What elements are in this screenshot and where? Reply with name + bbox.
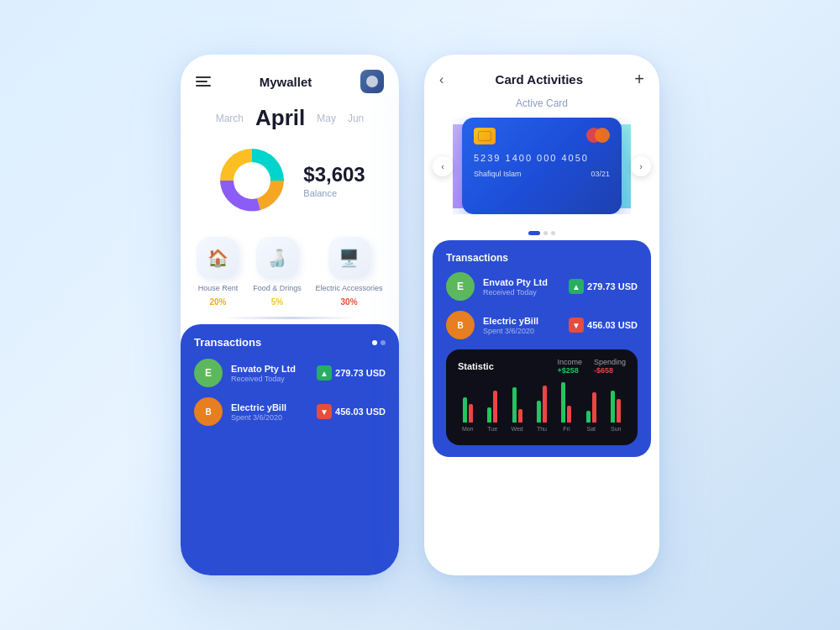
spending-bar-fri bbox=[567, 406, 571, 423]
day-label-tue: Tue bbox=[487, 426, 497, 432]
spending-bar-wed bbox=[518, 409, 522, 423]
wallet-title: Mywallet bbox=[260, 75, 312, 89]
carousel-prev-button[interactable]: ‹ bbox=[433, 156, 453, 176]
balance-amount: $3,603 bbox=[303, 163, 365, 186]
pagination-dots bbox=[372, 340, 386, 345]
electric-icon: 🖥️ bbox=[328, 237, 370, 279]
month-march[interactable]: March bbox=[216, 113, 244, 124]
house-rent-pct: 20% bbox=[209, 297, 226, 307]
income-bar-thu bbox=[537, 401, 541, 423]
income-bar-mon bbox=[463, 397, 467, 423]
spending-bar-sat bbox=[592, 392, 596, 423]
stat-legend: Income +$258 Spending -$658 bbox=[557, 358, 626, 375]
bar-group-wed: Wed bbox=[507, 379, 527, 432]
income-value: +$258 bbox=[557, 366, 578, 375]
envato-logo: E bbox=[194, 359, 223, 387]
income-bar-sat bbox=[586, 411, 591, 423]
chip-icon bbox=[474, 128, 496, 144]
add-card-button[interactable]: + bbox=[634, 70, 644, 89]
divider bbox=[223, 317, 357, 319]
card-holder-name: Shafiqul Islam bbox=[474, 170, 522, 178]
food-pct: 5% bbox=[271, 297, 283, 307]
right-envato-logo: E bbox=[446, 272, 475, 301]
bill-name: Electric yBill bbox=[231, 402, 308, 412]
up-arrow-icon: ▲ bbox=[317, 365, 332, 381]
credit-card[interactable]: 5239 1400 000 4050 Shafiqul Islam 03/21 bbox=[462, 118, 622, 214]
right-transaction-envato[interactable]: E Envato Pty Ltd Received Today ▲ 279.73… bbox=[446, 272, 638, 301]
card-number: 5239 1400 000 4050 bbox=[474, 153, 610, 163]
right-transaction-bill[interactable]: B Electric yBill Spent 3/6/2020 ▼ 456.03… bbox=[446, 311, 638, 339]
category-house-rent[interactable]: 🏠 House Rent 20% bbox=[197, 237, 239, 307]
right-bill-info: Electric yBill Spent 3/6/2020 bbox=[483, 316, 560, 335]
bill-info: Electric yBill Spent 3/6/2020 bbox=[231, 402, 308, 422]
right-envato-name: Envato Pty Ltd bbox=[483, 277, 560, 287]
balance-info: $3,603 Balance bbox=[303, 163, 365, 198]
right-bill-amount: 456.03 USD bbox=[587, 320, 638, 330]
house-rent-label: House Rent bbox=[198, 284, 239, 292]
pie-chart bbox=[214, 143, 290, 218]
day-label-sat: Sat bbox=[587, 426, 596, 432]
electric-label: Electric Accessories bbox=[316, 284, 383, 292]
bill-amount: 456.03 USD bbox=[335, 407, 386, 417]
bar-group-thu: Thu bbox=[532, 379, 551, 432]
right-header: ‹ Card Activities + bbox=[424, 55, 659, 97]
dot-2 bbox=[381, 340, 386, 345]
card-expiry: 03/21 bbox=[591, 170, 610, 178]
spending-label: Spending bbox=[594, 358, 626, 366]
right-bill-logo: B bbox=[446, 311, 475, 339]
bar-group-sat: Sat bbox=[581, 379, 601, 432]
transaction-row-bill[interactable]: B Electric yBill Spent 3/6/2020 ▼ 456.03… bbox=[194, 397, 386, 426]
month-jun[interactable]: Jun bbox=[348, 113, 364, 124]
day-label-sun: Sun bbox=[611, 426, 621, 432]
bill-date: Spent 3/6/2020 bbox=[231, 413, 308, 422]
income-bar-wed bbox=[512, 387, 517, 423]
statistic-panel: Statistic Income +$258 Spending -$658 Mo… bbox=[446, 349, 638, 445]
right-envato-info: Envato Pty Ltd Received Today bbox=[483, 277, 560, 297]
right-bill-name: Electric yBill bbox=[483, 316, 560, 326]
carousel-next-button[interactable]: › bbox=[631, 156, 651, 176]
day-label-mon: Mon bbox=[462, 426, 474, 432]
category-electric[interactable]: 🖥️ Electric Accessories 30% bbox=[316, 237, 383, 307]
income-bar-sun bbox=[611, 391, 615, 423]
balance-section: $3,603 Balance bbox=[181, 139, 399, 230]
spending-bar-mon bbox=[469, 404, 473, 423]
bill-amount-wrap: ▼ 456.03 USD bbox=[317, 404, 386, 419]
month-may[interactable]: May bbox=[317, 113, 336, 124]
dot-1 bbox=[372, 340, 377, 345]
bar-group-tue: Tue bbox=[482, 379, 501, 432]
balance-label: Balance bbox=[303, 188, 365, 198]
avatar-button[interactable] bbox=[360, 70, 384, 93]
category-food[interactable]: 🍶 Food & Drings 5% bbox=[253, 237, 302, 307]
bar-group-mon: Mon bbox=[458, 379, 477, 432]
card-wrapper: 5239 1400 000 4050 Shafiqul Islam 03/21 bbox=[453, 118, 631, 214]
right-envato-amount-wrap: ▲ 279.73 USD bbox=[569, 279, 638, 294]
right-down-arrow-icon: ▼ bbox=[569, 318, 584, 333]
income-bar-fri bbox=[561, 382, 565, 423]
income-legend: Income +$258 bbox=[557, 358, 582, 375]
month-april-active[interactable]: April bbox=[255, 105, 305, 131]
card-bottom: Shafiqul Islam 03/21 bbox=[474, 170, 610, 178]
envato-amount: 279.73 USD bbox=[335, 368, 386, 378]
income-label: Income bbox=[557, 358, 582, 366]
card-indicator bbox=[424, 226, 659, 240]
month-navigation: March April May Jun bbox=[181, 100, 399, 139]
spending-bar-sun bbox=[617, 399, 621, 423]
mastercard-logo bbox=[586, 128, 610, 143]
transaction-row-envato[interactable]: E Envato Pty Ltd Received Today ▲ 279.73… bbox=[194, 359, 386, 387]
categories: 🏠 House Rent 20% 🍶 Food & Drings 5% 🖥️ E… bbox=[181, 230, 399, 317]
right-up-arrow-icon: ▲ bbox=[569, 279, 584, 294]
right-bill-date: Spent 3/6/2020 bbox=[483, 327, 560, 335]
electric-pct: 30% bbox=[341, 297, 358, 307]
right-envato-amount: 279.73 USD bbox=[587, 281, 638, 291]
envato-info: Envato Pty Ltd Received Today bbox=[231, 364, 308, 383]
menu-icon[interactable] bbox=[196, 76, 211, 87]
stat-title: Statistic bbox=[458, 361, 494, 371]
right-transactions-title: Transactions bbox=[446, 252, 638, 264]
food-label: Food & Drings bbox=[253, 284, 302, 292]
envato-name: Envato Pty Ltd bbox=[231, 364, 308, 374]
right-phone: ‹ Card Activities + Active Card ‹ 5239 1… bbox=[424, 55, 659, 575]
food-icon: 🍶 bbox=[256, 237, 298, 279]
bar-group-fri: Fri bbox=[557, 379, 576, 432]
back-button[interactable]: ‹ bbox=[439, 72, 444, 87]
down-arrow-icon: ▼ bbox=[317, 404, 332, 419]
